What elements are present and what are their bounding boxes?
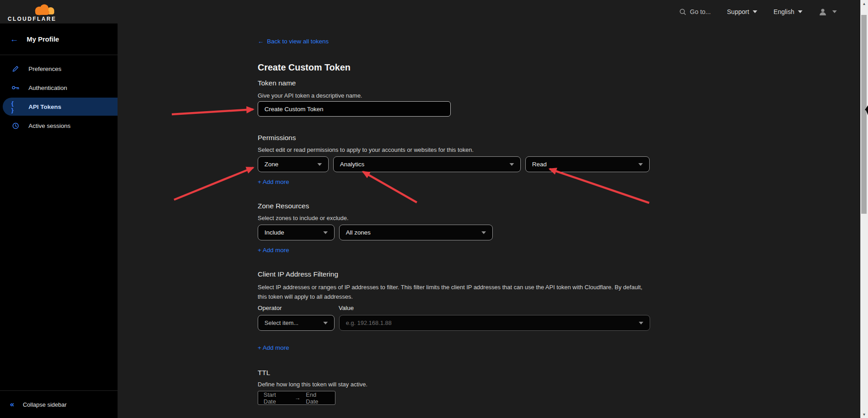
permissions-heading: Permissions: [258, 133, 651, 142]
scrollbar-down-arrow[interactable]: ▼: [860, 411, 868, 418]
ttl-end-date-placeholder: End Date: [306, 391, 330, 405]
permission-scope-select[interactable]: Zone: [258, 156, 329, 172]
zone-resources-add-more-link[interactable]: + Add more: [258, 246, 289, 254]
collapse-sidebar-label: Collapse sidebar: [23, 401, 66, 408]
ip-filtering-heading: Client IP Address Filtering: [258, 270, 651, 279]
chevron-down-icon: [832, 10, 837, 13]
collapse-chevrons-icon: «: [10, 400, 14, 409]
sidebar-title: My Profile: [27, 35, 59, 43]
sidebar-item-label: Authentication: [28, 85, 67, 91]
chevron-down-icon: [317, 163, 322, 166]
sidebar-item-label: Preferences: [28, 66, 61, 72]
sidebar-item-label: Active sessions: [28, 122, 71, 129]
arrow-right-icon: →: [295, 395, 301, 401]
ip-filtering-labels: Operator Value: [258, 304, 651, 312]
sidebar-back-my-profile[interactable]: ← My Profile: [0, 23, 118, 55]
permission-access-value: Read: [532, 161, 547, 168]
scrollbar-up-arrow[interactable]: ▲: [860, 0, 868, 7]
ip-filtering-row: Select item... e.g. 192.168.1.88: [258, 315, 651, 331]
ttl-description: Define how long this token will stay act…: [258, 380, 651, 389]
top-bar: CLOUDFLARE Go to... Support English: [0, 0, 860, 23]
permissions-description: Select edit or read permissions to apply…: [258, 146, 651, 154]
sidebar: ← My Profile Preferences Authentication: [0, 23, 118, 418]
permission-access-select[interactable]: Read: [525, 156, 650, 172]
language-menu[interactable]: English: [774, 8, 802, 15]
collapse-sidebar-button[interactable]: « Collapse sidebar: [0, 390, 118, 418]
cloudflare-logo[interactable]: CLOUDFLARE: [7, 2, 57, 23]
zone-target-value: All zones: [346, 229, 371, 236]
cloudflare-cloud-icon: [33, 3, 56, 17]
chevron-down-icon: [509, 163, 514, 166]
support-label: Support: [727, 8, 749, 15]
permissions-add-more-link[interactable]: + Add more: [258, 178, 289, 186]
ip-value-combobox[interactable]: e.g. 192.168.1.88: [339, 315, 650, 331]
permission-category-value: Analytics: [340, 161, 364, 168]
permissions-row: Zone Analytics Read: [258, 156, 651, 172]
ip-operator-select[interactable]: Select item...: [258, 315, 335, 331]
chevron-down-icon: [639, 322, 643, 324]
scrollbar-thumb[interactable]: [861, 15, 867, 214]
support-menu[interactable]: Support: [727, 8, 757, 15]
page-scrollbar: ▲ ▼: [860, 0, 868, 418]
clock-icon: [11, 122, 19, 129]
braces-icon: { }: [11, 100, 19, 113]
page-title: Create Custom Token: [258, 61, 651, 73]
token-name-description: Give your API token a descriptive name.: [258, 92, 651, 100]
ip-operator-label: Operator: [258, 304, 339, 312]
create-token-page: ← Back to view all tokens Create Custom …: [258, 23, 651, 405]
sidebar-item-active-sessions[interactable]: Active sessions: [0, 116, 118, 135]
goto-search[interactable]: Go to...: [679, 8, 711, 15]
ttl-date-range-picker[interactable]: Start Date → End Date: [258, 391, 335, 405]
zone-operator-select[interactable]: Include: [258, 225, 335, 240]
chevron-down-icon: [323, 322, 328, 324]
account-menu[interactable]: [819, 8, 837, 16]
zone-resources-heading: Zone Resources: [258, 202, 651, 211]
ip-filtering-add-more-link[interactable]: + Add more: [258, 344, 289, 352]
user-avatar-icon: [819, 8, 827, 16]
back-arrow-icon: ←: [10, 34, 19, 44]
chevron-down-icon: [753, 10, 757, 13]
back-arrow-icon: ←: [258, 38, 264, 45]
sidebar-item-preferences[interactable]: Preferences: [0, 59, 118, 78]
sidebar-item-api-tokens[interactable]: { } API Tokens: [3, 98, 118, 116]
ip-filtering-description: Select IP addresses or ranges of IP addr…: [258, 282, 651, 301]
sidebar-item-authentication[interactable]: Authentication: [0, 78, 118, 97]
zone-resources-row: Include All zones: [258, 225, 651, 240]
token-name-input[interactable]: [258, 101, 451, 117]
zone-operator-value: Include: [264, 229, 284, 236]
goto-label: Go to...: [690, 8, 711, 15]
cloudflare-wordmark: CLOUDFLARE: [8, 16, 57, 22]
ttl-heading: TTL: [258, 368, 651, 377]
permission-category-select[interactable]: Analytics: [333, 156, 521, 172]
sidebar-item-label: API Tokens: [28, 103, 61, 110]
ip-operator-placeholder: Select item...: [264, 319, 298, 326]
chevron-down-icon: [638, 163, 643, 166]
zone-resources-description: Select zones to include or exclude.: [258, 214, 651, 222]
key-icon: [11, 85, 19, 90]
chevron-down-icon: [798, 10, 802, 13]
chevron-down-icon: [323, 231, 328, 234]
ttl-start-date-placeholder: Start Date: [264, 391, 289, 405]
arrow-to-zone-select: [174, 168, 253, 200]
chevron-down-icon: [481, 231, 486, 234]
ip-value-label: Value: [339, 304, 354, 312]
ip-value-placeholder: e.g. 192.168.1.88: [346, 319, 392, 326]
permission-scope-value: Zone: [264, 161, 278, 168]
back-to-tokens-link[interactable]: ← Back to view all tokens: [258, 37, 329, 45]
token-name-label: Token name: [258, 79, 651, 88]
search-icon: [679, 9, 686, 15]
zone-target-select[interactable]: All zones: [339, 225, 493, 240]
arrow-to-token-input: [172, 109, 253, 114]
pencil-icon: [11, 66, 19, 72]
language-label: English: [774, 8, 794, 15]
back-link-label: Back to view all tokens: [267, 38, 329, 45]
